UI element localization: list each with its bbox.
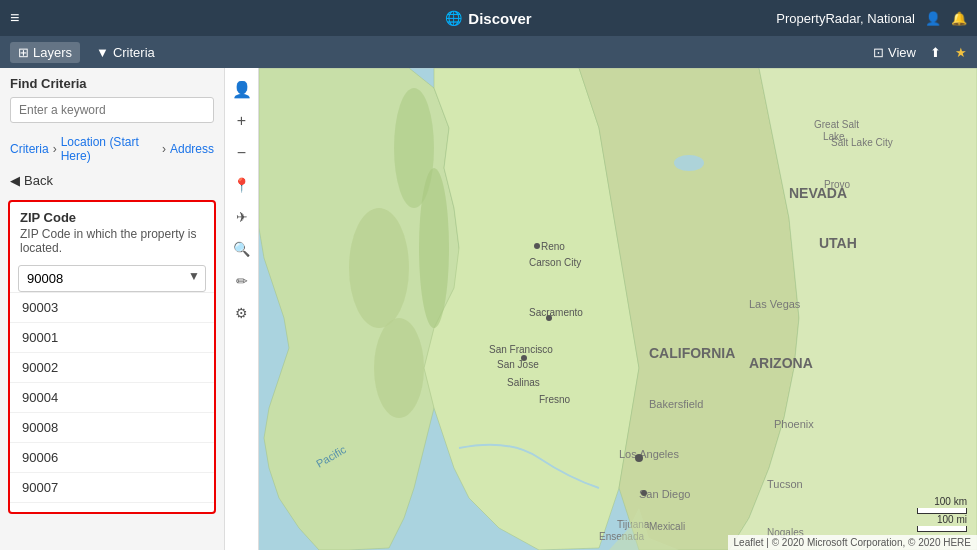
zip-code-section: ZIP Code ZIP Code in which the property …	[8, 200, 216, 514]
scale-label-km: 100 km	[934, 496, 967, 507]
view-button[interactable]: ⊡ View	[873, 45, 916, 60]
notification-icon[interactable]: 🔔	[951, 11, 967, 26]
svg-text:CALIFORNIA: CALIFORNIA	[649, 345, 735, 361]
back-label: Back	[24, 173, 53, 188]
navigate-tool-button[interactable]: ✈	[227, 202, 257, 232]
svg-point-5	[349, 208, 409, 328]
keyword-search-input[interactable]	[10, 97, 214, 123]
settings-tool-button[interactable]: ⚙	[227, 298, 257, 328]
svg-text:Bakersfield: Bakersfield	[649, 398, 703, 410]
map-tools: 👤 + − 📍 ✈ 🔍 ✏ ⚙	[225, 68, 259, 550]
zip-description: ZIP Code in which the property is locate…	[20, 227, 204, 255]
app-title: Discover	[468, 10, 531, 27]
svg-text:Provo: Provo	[824, 179, 851, 190]
main-area: Find Criteria Criteria › Location (Start…	[0, 68, 977, 550]
star-button[interactable]: ★	[955, 45, 967, 60]
zoom-in-button[interactable]: +	[227, 106, 257, 136]
layers-label: Layers	[33, 45, 72, 60]
svg-text:Fresno: Fresno	[539, 394, 571, 405]
zip-list-item[interactable]: 90004	[10, 383, 214, 413]
svg-text:Mexicali: Mexicali	[649, 521, 685, 532]
sub-nav: ⊞ Layers ▼ Criteria ⊡ View ⬆ ★	[0, 36, 977, 68]
nav-right: PropertyRadar, National 👤 🔔	[776, 11, 967, 26]
globe-icon: 🌐	[445, 10, 462, 26]
svg-text:Las Vegas: Las Vegas	[749, 298, 801, 310]
nav-left: ≡	[10, 9, 19, 27]
breadcrumb-criteria[interactable]: Criteria	[10, 142, 49, 156]
svg-point-8	[394, 88, 434, 208]
svg-point-9	[674, 155, 704, 171]
svg-text:Phoenix: Phoenix	[774, 418, 814, 430]
svg-text:Great Salt: Great Salt	[814, 119, 859, 130]
svg-point-6	[374, 318, 424, 418]
view-icon: ⊡	[873, 45, 884, 60]
top-nav: ≡ 🌐 Discover PropertyRadar, National 👤 🔔	[0, 0, 977, 36]
pin-tool-button[interactable]: 📍	[227, 170, 257, 200]
zip-input-wrap: ▼	[10, 259, 214, 292]
breadcrumb-address[interactable]: Address	[170, 142, 214, 156]
zip-list-item[interactable]: 90007	[10, 473, 214, 503]
attribution-text: Leaflet | © 2020 Microsoft Corporation, …	[734, 537, 971, 548]
draw-tool-button[interactable]: ✏	[227, 266, 257, 296]
zoom-out-button[interactable]: −	[227, 138, 257, 168]
user-icon[interactable]: 👤	[925, 11, 941, 26]
map-area[interactable]: NEVADA Las Vegas ARIZONA Phoenix Tucson …	[259, 68, 977, 550]
back-button[interactable]: ◀ Back	[0, 167, 224, 194]
svg-text:San Jose: San Jose	[497, 359, 539, 370]
svg-text:Lake: Lake	[823, 131, 845, 142]
share-button[interactable]: ⬆	[930, 45, 941, 60]
zip-title: ZIP Code	[20, 210, 204, 225]
svg-text:Salinas: Salinas	[507, 377, 540, 388]
zip-list-item[interactable]: 90005	[10, 503, 214, 512]
svg-text:Los Angeles: Los Angeles	[619, 448, 679, 460]
layers-button[interactable]: ⊞ Layers	[10, 42, 80, 63]
zip-code-input[interactable]	[18, 265, 206, 292]
layers-icon: ⊞	[18, 45, 29, 60]
zip-list-item[interactable]: 90001	[10, 323, 214, 353]
criteria-button[interactable]: ▼ Criteria	[88, 42, 163, 63]
view-label: View	[888, 45, 916, 60]
criteria-label: Criteria	[113, 45, 155, 60]
zip-list-item[interactable]: 90008	[10, 413, 214, 443]
zip-dropdown-list: 9000390001900029000490008900069000790005	[10, 292, 214, 512]
svg-text:Carson City: Carson City	[529, 257, 581, 268]
sub-nav-right: ⊡ View ⬆ ★	[873, 45, 967, 60]
filter-icon: ▼	[96, 45, 109, 60]
search-map-button[interactable]: 🔍	[227, 234, 257, 264]
map-svg: NEVADA Las Vegas ARIZONA Phoenix Tucson …	[259, 68, 977, 550]
svg-text:Reno: Reno	[541, 241, 565, 252]
svg-text:Sacramento: Sacramento	[529, 307, 583, 318]
scale-bar: 100 km 100 mi	[917, 496, 967, 532]
scale-label-mi: 100 mi	[937, 514, 967, 525]
svg-point-35	[641, 490, 647, 496]
hamburger-icon[interactable]: ≡	[10, 9, 19, 27]
scale-line-mi	[917, 526, 967, 532]
person-tool-button[interactable]: 👤	[227, 74, 257, 104]
search-wrap	[0, 97, 224, 131]
find-criteria-title: Find Criteria	[10, 76, 87, 91]
map-scale: 100 km 100 mi	[917, 496, 967, 532]
svg-text:Tucson: Tucson	[767, 478, 803, 490]
zip-list-item[interactable]: 90002	[10, 353, 214, 383]
back-arrow-icon: ◀	[10, 173, 20, 188]
breadcrumb: Criteria › Location (Start Here) › Addre…	[0, 131, 224, 167]
find-criteria-header: Find Criteria	[0, 68, 224, 97]
svg-point-24	[534, 243, 540, 249]
map-attribution: Leaflet | © 2020 Microsoft Corporation, …	[728, 535, 977, 550]
svg-text:UTAH: UTAH	[819, 235, 857, 251]
svg-point-34	[635, 454, 643, 462]
left-panel: Find Criteria Criteria › Location (Start…	[0, 68, 225, 550]
zip-list-item[interactable]: 90006	[10, 443, 214, 473]
zip-list-item[interactable]: 90003	[10, 293, 214, 323]
svg-text:San Francisco: San Francisco	[489, 344, 553, 355]
nav-center: 🌐 Discover	[445, 10, 531, 27]
breadcrumb-location[interactable]: Location (Start Here)	[61, 135, 158, 163]
zip-header: ZIP Code ZIP Code in which the property …	[10, 202, 214, 259]
svg-text:ARIZONA: ARIZONA	[749, 355, 813, 371]
user-info: PropertyRadar, National	[776, 11, 915, 26]
